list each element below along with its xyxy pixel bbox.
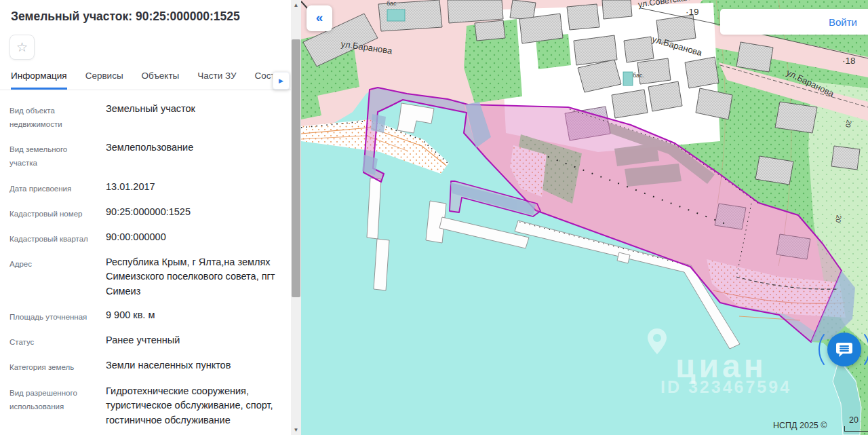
field-label: Площадь уточненная (9, 308, 96, 324)
field-value: 13.01.2017 (106, 180, 282, 195)
field-row: Дата присвоения13.01.2017 (9, 180, 282, 195)
field-label: Категория земель (9, 358, 96, 374)
field-label: Вид объекта недвижимости (9, 102, 96, 131)
field-row: Категория земельЗемли населенных пунктов (9, 358, 282, 374)
favorite-button[interactable]: ☆ (9, 35, 35, 60)
field-row: АдресРеспублика Крым, г Ялта,на землях С… (9, 255, 282, 299)
field-value: Ранее учтенный (106, 333, 282, 349)
map-street-label: 20 (834, 214, 843, 223)
field-value: 90:25:000000:1525 (106, 205, 282, 221)
field-label: Дата присвоения (9, 180, 96, 195)
tab-2[interactable]: Объекты (142, 71, 180, 90)
star-icon: ☆ (16, 40, 28, 54)
tab-3[interactable]: Части ЗУ (197, 71, 236, 90)
field-label: Кадастровый номер (9, 205, 96, 221)
page-title: Земельный участок: 90:25:000000:1525 (11, 10, 282, 24)
field-value: Земли населенных пунктов (106, 358, 282, 374)
field-value: Республика Крым, г Ялта,на землях Симеиз… (106, 255, 282, 299)
info-panel: Земельный участок: 90:25:000000:1525 ☆ И… (0, 0, 291, 435)
field-row: СтатусРанее учтенный (9, 333, 282, 349)
chevrons-left-icon: « (316, 10, 323, 24)
scroll-down-arrow[interactable]: ▼ (291, 425, 301, 435)
map-street-label: ·19 (686, 7, 699, 17)
tab-0[interactable]: Информация (11, 71, 67, 90)
tab-bar: ИнформацияСервисыОбъектыЧасти ЗУСоста (11, 71, 280, 90)
panel-collapse-button[interactable]: « (307, 5, 332, 31)
field-value: Гидротехнические сооружения, туристическ… (106, 384, 282, 428)
scale-value: 20 (849, 415, 859, 425)
field-row: Кадастровый номер90:25:000000:1525 (9, 205, 282, 221)
chat-button[interactable] (827, 333, 861, 366)
chevron-right-icon: ▶ (279, 77, 283, 84)
map-art (301, 0, 868, 435)
field-value: Землепользование (106, 140, 282, 170)
field-label: Адрес (9, 255, 96, 299)
tabs-divider (0, 90, 291, 90)
field-row: Площадь уточненная9 900 кв. м (9, 308, 282, 324)
field-row: Вид объекта недвижимостиЗемельный участо… (9, 102, 282, 131)
field-row: Вид разрешенного использованияГидротехни… (9, 384, 282, 428)
map-scale-bar: 20 (842, 415, 868, 433)
field-label: Кадастровый квартал (9, 230, 96, 246)
panel-scrollbar[interactable]: ▲ ▼ (291, 0, 301, 435)
map-canvas[interactable]: ул.Советская·19басул.Барановаул.Баранова… (301, 0, 868, 435)
map-attribution: НСПД 2025 © (773, 421, 827, 430)
scale-line (844, 431, 868, 432)
field-row: Кадастровый квартал90:00:000000 (9, 230, 282, 246)
field-row: Вид земельного участкаЗемлепользование (9, 140, 282, 170)
field-value: Земельный участок (106, 102, 282, 131)
field-label: Статус (9, 333, 96, 349)
login-bar: Войти (720, 9, 868, 35)
field-label: Вид разрешенного использования (9, 384, 96, 428)
fields-list: Вид объекта недвижимостиЗемельный участо… (9, 102, 282, 435)
field-value: 9 900 кв. м (106, 308, 282, 324)
map-street-label: ·18 (842, 56, 856, 66)
field-label: Вид земельного участка (9, 140, 96, 170)
login-button[interactable]: Войти (829, 16, 857, 28)
scroll-up-arrow[interactable]: ▲ (291, 0, 301, 10)
scrollbar-thumb[interactable] (292, 39, 300, 297)
tab-1[interactable]: Сервисы (85, 71, 123, 90)
tabs-next-button[interactable]: ▶ (273, 72, 290, 90)
map-street-label: бас. (633, 72, 644, 79)
field-value: 90:00:000000 (106, 230, 282, 246)
chat-bubble-icon (835, 341, 853, 358)
map-street-label: бас (387, 0, 396, 7)
